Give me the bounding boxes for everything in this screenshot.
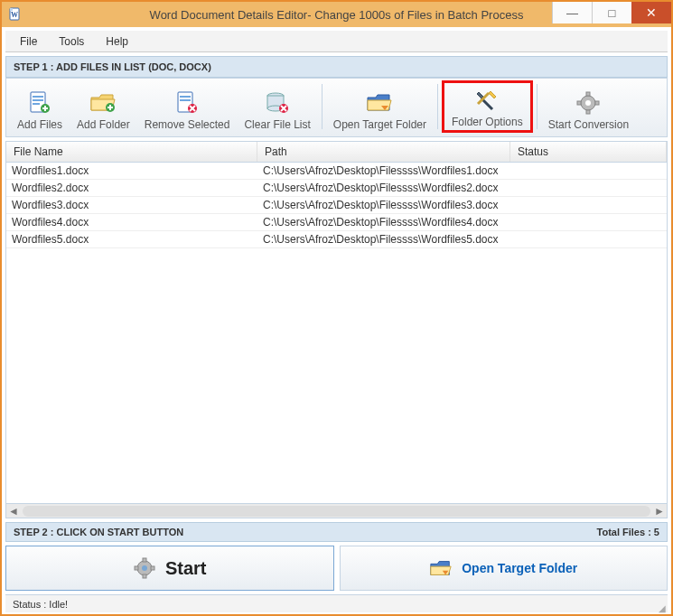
start-conversion-button[interactable]: Start Conversion: [541, 80, 636, 133]
svg-text:W: W: [11, 11, 18, 19]
toolbar-separator: [322, 84, 322, 129]
remove-selected-button[interactable]: Remove Selected: [137, 80, 238, 133]
status-bar: Status : Idle! ◢: [5, 594, 668, 612]
scroll-right-icon[interactable]: ►: [652, 505, 667, 518]
maximize-button[interactable]: □: [592, 2, 631, 23]
remove-selected-label: Remove Selected: [145, 118, 230, 131]
window-controls: — □ ✕: [552, 2, 671, 23]
gear-icon: [572, 89, 604, 117]
svg-rect-20: [577, 101, 581, 105]
file-remove-icon: [171, 89, 203, 117]
menu-bar: File Tools Help: [5, 31, 668, 52]
toolbar-separator: [437, 84, 438, 129]
svg-rect-26: [135, 566, 138, 570]
menu-help[interactable]: Help: [97, 33, 137, 51]
folder-open-icon: [363, 89, 396, 117]
minimize-button[interactable]: —: [552, 2, 592, 23]
toolbar: Add Files Add Folder Remove Selected Cle…: [5, 78, 668, 137]
cell-path: C:\Users\Afroz\Desktop\Filessss\Wordfile…: [257, 197, 510, 213]
open-target-folder-label: Open Target Folder: [333, 118, 426, 131]
folder-options-button[interactable]: Folder Options: [442, 80, 533, 133]
open-target-folder-big-label: Open Target Folder: [462, 561, 577, 575]
folder-options-label: Folder Options: [452, 116, 523, 128]
cell-filename: Wordfiles2.docx: [6, 180, 257, 196]
svg-point-17: [585, 100, 591, 106]
cell-path: C:\Users\Afroz\Desktop\Filessss\Wordfile…: [257, 180, 510, 196]
svg-rect-9: [180, 96, 191, 98]
cell-filename: Wordfiles4.docx: [6, 214, 257, 230]
table-row[interactable]: Wordfiles1.docxC:\Users\Afroz\Desktop\Fi…: [6, 163, 667, 180]
add-files-button[interactable]: Add Files: [10, 80, 70, 133]
start-button-label: Start: [165, 558, 207, 579]
step2-bar: STEP 2 : CLICK ON START BUTTON Total Fil…: [5, 522, 668, 542]
cell-filename: Wordfiles3.docx: [6, 197, 257, 213]
start-conversion-label: Start Conversion: [548, 118, 629, 131]
open-target-folder-button[interactable]: Open Target Folder: [326, 80, 434, 133]
file-add-icon: [23, 89, 56, 117]
svg-rect-19: [586, 110, 590, 114]
svg-rect-5: [33, 103, 40, 105]
cell-filename: Wordfiles1.docx: [6, 163, 257, 179]
cell-path: C:\Users\Afroz\Desktop\Filessss\Wordfile…: [257, 231, 510, 247]
svg-rect-24: [143, 558, 146, 562]
grid-body[interactable]: Wordfiles1.docxC:\Users\Afroz\Desktop\Fi…: [6, 163, 667, 503]
clear-list-icon: [261, 89, 294, 117]
step2-label: STEP 2 : CLICK ON START BUTTON: [14, 527, 183, 537]
add-folder-button[interactable]: Add Folder: [70, 80, 137, 133]
cell-status: [510, 203, 667, 207]
add-folder-label: Add Folder: [77, 118, 130, 131]
svg-rect-3: [33, 96, 43, 98]
clear-file-list-button[interactable]: Clear File List: [237, 80, 317, 133]
cell-status: [510, 220, 667, 224]
cell-status: [510, 186, 667, 190]
grid-header: File Name Path Status: [6, 142, 667, 163]
cell-status: [510, 169, 667, 173]
svg-point-23: [142, 565, 147, 571]
cell-path: C:\Users\Afroz\Desktop\Filessss\Wordfile…: [257, 214, 510, 230]
open-target-folder-big-button[interactable]: Open Target Folder: [340, 546, 668, 591]
svg-rect-18: [586, 92, 590, 96]
action-buttons: Start Open Target Folder: [5, 546, 668, 591]
table-row[interactable]: Wordfiles3.docxC:\Users\Afroz\Desktop\Fi…: [6, 197, 667, 214]
table-row[interactable]: Wordfiles4.docxC:\Users\Afroz\Desktop\Fi…: [6, 214, 667, 231]
start-button[interactable]: Start: [5, 546, 334, 591]
file-list: File Name Path Status Wordfiles1.docxC:\…: [5, 141, 668, 504]
col-filename[interactable]: File Name: [6, 142, 257, 162]
toolbar-separator: [537, 84, 537, 129]
add-files-label: Add Files: [17, 118, 62, 131]
scroll-left-icon[interactable]: ◄: [6, 505, 21, 518]
status-text: Status : Idle!: [13, 599, 68, 610]
folder-open-icon: [429, 556, 453, 580]
app-window: W Word Document Details Editor- Change 1…: [0, 0, 673, 616]
svg-rect-10: [180, 99, 191, 101]
col-status[interactable]: Status: [510, 142, 667, 162]
clear-file-list-label: Clear File List: [244, 118, 310, 131]
table-row[interactable]: Wordfiles2.docxC:\Users\Afroz\Desktop\Fi…: [6, 180, 667, 197]
scroll-track[interactable]: [23, 506, 650, 517]
cell-status: [510, 238, 667, 241]
svg-rect-21: [595, 101, 599, 105]
total-files-label: Total Files : 5: [597, 527, 659, 537]
folder-add-icon: [87, 89, 119, 117]
cell-filename: Wordfiles5.docx: [6, 231, 257, 247]
svg-rect-4: [33, 99, 43, 101]
svg-rect-25: [143, 574, 146, 578]
horizontal-scrollbar[interactable]: ◄ ►: [5, 504, 668, 518]
svg-rect-27: [151, 566, 154, 570]
menu-file[interactable]: File: [11, 33, 46, 51]
app-icon: W: [7, 7, 22, 22]
cell-path: C:\Users\Afroz\Desktop\Filessss\Wordfile…: [257, 163, 510, 179]
col-path[interactable]: Path: [257, 142, 510, 162]
title-bar[interactable]: W Word Document Details Editor- Change 1…: [2, 2, 671, 27]
tools-icon: [471, 87, 503, 114]
resize-grip-icon[interactable]: ◢: [659, 606, 666, 611]
gear-icon: [133, 556, 156, 580]
step1-label: STEP 1 : ADD FILES IN LIST (DOC, DOCX): [5, 56, 668, 78]
close-button[interactable]: ✕: [631, 2, 671, 23]
table-row[interactable]: Wordfiles5.docxC:\Users\Afroz\Desktop\Fi…: [6, 231, 667, 248]
menu-tools[interactable]: Tools: [50, 33, 93, 51]
